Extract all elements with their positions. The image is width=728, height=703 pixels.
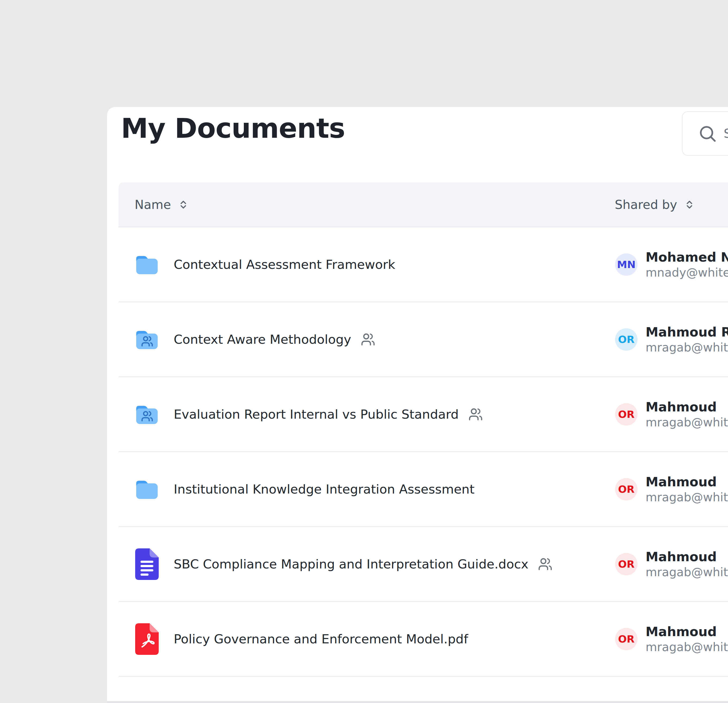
avatar: OR [615, 628, 637, 650]
page-background: My Documents Name Shared by [0, 0, 728, 703]
table-row[interactable]: Context Aware Methodology OR Mahmoud R m… [118, 302, 728, 377]
sort-icon [178, 198, 189, 211]
column-header-shared-by[interactable]: Shared by [615, 197, 695, 212]
document-icon [134, 548, 159, 581]
shared-by-cell: OR Mahmoud mragab@white [615, 549, 728, 579]
avatar-initials: OR [618, 558, 635, 570]
table-row[interactable]: Institutional Knowledge Integration Asse… [118, 452, 728, 527]
sharer-name: Mohamed N [646, 249, 728, 265]
search-icon [698, 124, 717, 143]
shared-users-icon [538, 557, 552, 571]
item-name[interactable]: Evaluation Report Internal vs Public Sta… [174, 407, 459, 422]
avatar-initials: MN [617, 259, 636, 271]
sharer-email: mragab@white [646, 415, 728, 429]
table-row[interactable]: Policy Governance and Enforcement Model.… [118, 602, 728, 677]
table-header: Name Shared by [118, 183, 728, 228]
sharer-name: Mahmoud [646, 399, 728, 415]
sort-icon [684, 198, 695, 211]
search-box[interactable] [682, 111, 728, 156]
page-title: My Documents [121, 111, 345, 146]
table-row[interactable]: Evaluation Report Internal vs Public Sta… [118, 377, 728, 452]
avatar: OR [615, 553, 637, 575]
sharer-email: mragab@white [646, 490, 728, 504]
shared-users-icon [361, 332, 375, 347]
shared-by-cell: OR Mahmoud R mragab@white [615, 324, 728, 355]
shared-by-cell: OR Mahmoud mragab@white [615, 624, 728, 654]
avatar: OR [615, 403, 637, 426]
documents-table: Name Shared by [118, 183, 728, 703]
sharer-name: Mahmoud [646, 624, 728, 639]
folder-icon [134, 478, 159, 500]
sharer-name: Mahmoud R [646, 324, 728, 340]
column-header-name[interactable]: Name [118, 197, 189, 212]
sharer-name: Mahmoud [646, 549, 728, 565]
table-row[interactable]: SBC Compliance Mapping and Interpretatio… [118, 527, 728, 602]
sharer-email: mragab@white [646, 340, 728, 355]
shared-users-icon [468, 407, 483, 422]
avatar-initials: OR [618, 409, 635, 420]
column-label: Name [134, 197, 171, 212]
shared-by-cell: MN Mohamed N mnady@white [615, 249, 728, 280]
folder-icon [134, 254, 159, 276]
sharer-email: mragab@white [646, 640, 728, 654]
avatar-initials: OR [618, 633, 635, 645]
shared-by-cell: OR Mahmoud mragab@white [615, 399, 728, 429]
bottom-edge [107, 701, 728, 703]
avatar-initials: OR [618, 483, 635, 495]
item-name[interactable]: Policy Governance and Enforcement Model.… [174, 632, 468, 646]
table-row[interactable]: Contextual Assessment Framework MN Moham… [118, 228, 728, 302]
sharer-email: mragab@white [646, 565, 728, 579]
item-name[interactable]: Institutional Knowledge Integration Asse… [174, 482, 475, 497]
documents-panel: My Documents Name Shared by [107, 107, 728, 703]
shared-folder-icon [134, 403, 159, 426]
shared-folder-icon [134, 328, 159, 351]
column-label: Shared by [615, 197, 677, 212]
sharer-email: mnady@white [646, 265, 728, 280]
sharer-name: Mahmoud [646, 474, 728, 490]
avatar: OR [615, 478, 637, 500]
item-name[interactable]: Contextual Assessment Framework [174, 257, 395, 272]
item-name[interactable]: SBC Compliance Mapping and Interpretatio… [174, 557, 528, 571]
item-name[interactable]: Context Aware Methodology [174, 332, 351, 347]
search-input[interactable] [723, 126, 728, 141]
pdf-icon [134, 623, 159, 655]
avatar: OR [615, 328, 637, 351]
table-row[interactable]: Mahmoud [118, 677, 728, 703]
avatar-initials: OR [618, 334, 635, 345]
shared-by-cell: OR Mahmoud mragab@white [615, 474, 728, 504]
avatar: MN [615, 254, 637, 276]
